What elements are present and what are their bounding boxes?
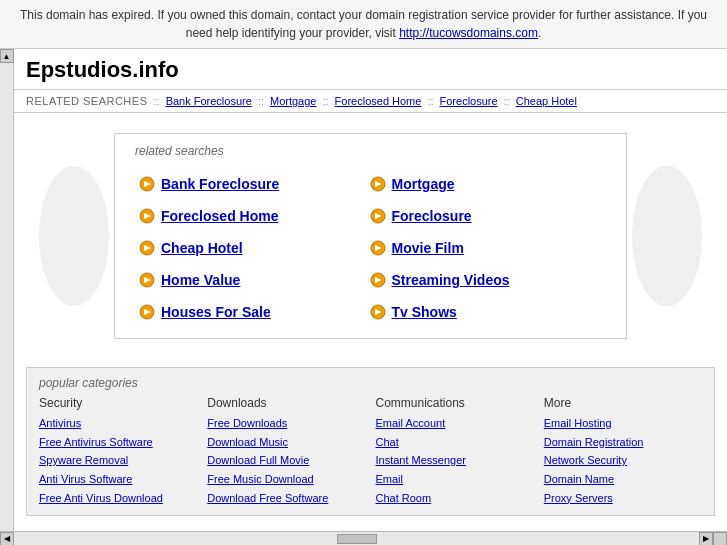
list-item: Bank Foreclosure [135, 168, 366, 200]
scroll-track[interactable] [0, 63, 13, 540]
list-item: Movie Film [366, 232, 597, 264]
circle-left [34, 133, 114, 339]
search-link-3[interactable]: Foreclosure [392, 208, 472, 224]
arrow-icon-0 [139, 176, 155, 192]
sep-0: :: [154, 95, 160, 107]
list-item: Houses For Sale [135, 296, 366, 328]
cat-heading-more: More [544, 396, 702, 410]
cat-link-more-1[interactable]: Domain Registration [544, 433, 702, 452]
scroll-right-arrow[interactable]: ▶ [699, 532, 713, 546]
decorative-circle-left [39, 166, 109, 306]
bottom-scrollbar: ◀ ▶ [0, 531, 727, 545]
list-item: Mortgage [366, 168, 597, 200]
category-col-security: Security Antivirus Free Antivirus Softwa… [39, 396, 197, 507]
category-col-more: More Email Hosting Domain Registration N… [544, 396, 702, 507]
category-col-downloads: Downloads Free Downloads Download Music … [207, 396, 365, 507]
cat-heading-communications: Communications [376, 396, 534, 410]
cat-link-downloads-1[interactable]: Download Music [207, 433, 365, 452]
cat-link-more-3[interactable]: Domain Name [544, 470, 702, 489]
popular-section: popular categories Security Antivirus Fr… [26, 367, 715, 516]
cat-link-more-2[interactable]: Network Security [544, 451, 702, 470]
h-scroll-track[interactable] [14, 532, 699, 545]
notification-text: This domain has expired. If you owned th… [20, 8, 707, 40]
arrow-icon-8 [139, 304, 155, 320]
search-link-2[interactable]: Foreclosed Home [161, 208, 278, 224]
left-scrollbar: ▲ ▼ [0, 49, 14, 545]
search-link-9[interactable]: Tv Shows [392, 304, 457, 320]
cat-link-downloads-3[interactable]: Free Music Download [207, 470, 365, 489]
related-bar-link-2[interactable]: Foreclosed Home [335, 95, 422, 107]
links-grid: Bank Foreclosure Mortgage [135, 168, 596, 328]
categories-grid: Security Antivirus Free Antivirus Softwa… [39, 396, 702, 507]
scroll-left-arrow[interactable]: ◀ [0, 532, 14, 546]
search-link-4[interactable]: Cheap Hotel [161, 240, 243, 256]
decorative-circle-right [632, 166, 702, 306]
list-item: Home Value [135, 264, 366, 296]
arrow-icon-7 [370, 272, 386, 288]
arrow-icon-9 [370, 304, 386, 320]
cat-link-downloads-0[interactable]: Free Downloads [207, 414, 365, 433]
cat-link-comms-3[interactable]: Email [376, 470, 534, 489]
related-bar-link-1[interactable]: Mortgage [270, 95, 316, 107]
sep-2: :: [322, 95, 328, 107]
popular-label: popular categories [39, 376, 702, 390]
arrow-icon-5 [370, 240, 386, 256]
search-link-5[interactable]: Movie Film [392, 240, 464, 256]
sep-4: :: [504, 95, 510, 107]
search-link-6[interactable]: Home Value [161, 272, 240, 288]
search-box-label: related searches [135, 144, 596, 158]
cat-link-security-4[interactable]: Free Anti Virus Download [39, 489, 197, 508]
list-item: Tv Shows [366, 296, 597, 328]
list-item: Foreclosure [366, 200, 597, 232]
related-bar: RELATED SEARCHES :: Bank Foreclosure :: … [14, 89, 727, 113]
cat-link-security-1[interactable]: Free Antivirus Software [39, 433, 197, 452]
cat-link-downloads-4[interactable]: Download Free Software [207, 489, 365, 508]
search-box: related searches Bank Foreclosure [114, 133, 627, 339]
related-bar-link-3[interactable]: Foreclosure [440, 95, 498, 107]
cat-heading-security: Security [39, 396, 197, 410]
related-bar-link-4[interactable]: Cheap Hotel [516, 95, 577, 107]
content-area: Epstudios.info RELATED SEARCHES :: Bank … [14, 49, 727, 545]
notification-bar: This domain has expired. If you owned th… [0, 0, 727, 49]
search-link-8[interactable]: Houses For Sale [161, 304, 271, 320]
cat-link-security-0[interactable]: Antivirus [39, 414, 197, 433]
category-col-communications: Communications Email Account Chat Instan… [376, 396, 534, 507]
h-scroll-thumb[interactable] [337, 534, 377, 544]
related-bar-link-0[interactable]: Bank Foreclosure [166, 95, 252, 107]
cat-link-comms-4[interactable]: Chat Room [376, 489, 534, 508]
cat-link-security-3[interactable]: Anti Virus Software [39, 470, 197, 489]
arrow-icon-6 [139, 272, 155, 288]
sep-1: :: [258, 95, 264, 107]
cat-link-comms-0[interactable]: Email Account [376, 414, 534, 433]
list-item: Foreclosed Home [135, 200, 366, 232]
cat-link-more-4[interactable]: Proxy Servers [544, 489, 702, 508]
arrow-icon-2 [139, 208, 155, 224]
list-item: Streaming Videos [366, 264, 597, 296]
cat-heading-downloads: Downloads [207, 396, 365, 410]
arrow-icon-4 [139, 240, 155, 256]
related-bar-label: RELATED SEARCHES [26, 95, 148, 107]
search-link-0[interactable]: Bank Foreclosure [161, 176, 279, 192]
sep-3: :: [427, 95, 433, 107]
scroll-up-arrow[interactable]: ▲ [0, 49, 14, 63]
cat-link-downloads-2[interactable]: Download Full Movie [207, 451, 365, 470]
site-title: Epstudios.info [14, 49, 727, 89]
arrow-icon-1 [370, 176, 386, 192]
circle-right [627, 133, 707, 339]
scrollbar-corner [713, 532, 727, 546]
cat-link-more-0[interactable]: Email Hosting [544, 414, 702, 433]
cat-link-comms-2[interactable]: Instant Messenger [376, 451, 534, 470]
cat-link-comms-1[interactable]: Chat [376, 433, 534, 452]
cat-link-security-2[interactable]: Spyware Removal [39, 451, 197, 470]
arrow-icon-3 [370, 208, 386, 224]
search-outer: related searches Bank Foreclosure [34, 123, 707, 349]
list-item: Cheap Hotel [135, 232, 366, 264]
search-link-7[interactable]: Streaming Videos [392, 272, 510, 288]
search-link-1[interactable]: Mortgage [392, 176, 455, 192]
main-content: related searches Bank Foreclosure [14, 113, 727, 359]
notification-link[interactable]: http://tucowsdomains.com [399, 26, 538, 40]
